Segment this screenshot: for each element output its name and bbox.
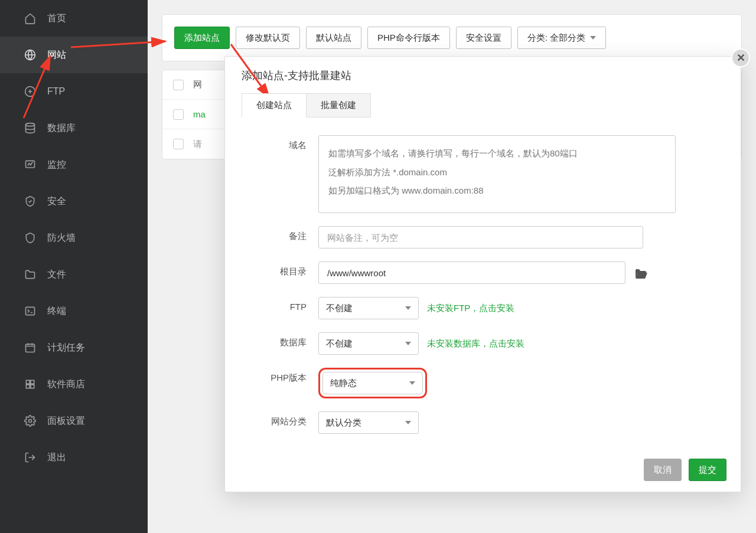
ftp-select[interactable]: 不创建 — [318, 297, 419, 319]
ftp-icon — [24, 85, 37, 98]
row-checkbox[interactable] — [173, 139, 184, 149]
sidebar-item-files[interactable]: 文件 — [0, 256, 148, 293]
svg-rect-5 — [26, 344, 35, 352]
sidebar-item-label: 终端 — [47, 305, 66, 318]
sidebar-item-website[interactable]: 网站 — [0, 37, 148, 73]
search-placeholder-text: 请 — [193, 139, 202, 150]
chevron-down-icon — [409, 381, 415, 385]
sidebar-item-label: 防火墙 — [47, 232, 76, 244]
select-all-checkbox[interactable] — [173, 80, 184, 90]
php-version-select[interactable]: 纯静态 — [322, 372, 423, 394]
gear-icon — [24, 414, 37, 427]
note-input[interactable] — [318, 226, 643, 248]
store-icon — [24, 378, 37, 391]
root-label: 根目录 — [242, 261, 318, 277]
sidebar-item-label: FTP — [47, 86, 65, 97]
modal-title: 添加站点-支持批量建站 — [225, 57, 741, 89]
chevron-down-icon — [405, 421, 411, 424]
table-header-label: 网 — [193, 79, 202, 90]
svg-point-2 — [26, 123, 35, 126]
add-site-modal: ✕ 添加站点-支持批量建站 创建站点 批量创建 域名 备注 根目录 — [224, 56, 741, 492]
svg-rect-8 — [26, 385, 30, 388]
sidebar-item-label: 首页 — [47, 12, 66, 25]
sidebar-item-label: 监控 — [47, 159, 66, 171]
php-version-label: PHP版本 — [242, 368, 318, 384]
ftp-select-value: 不创建 — [326, 303, 353, 314]
cancel-button[interactable]: 取消 — [644, 459, 682, 481]
sidebar: 首页 网站 FTP 数据库 监控 安全 防火墙 文件 终端 计划任务 软件商店 — [0, 0, 148, 533]
domain-label: 域名 — [242, 135, 318, 151]
php-version-value: 纯静态 — [330, 378, 357, 389]
firewall-icon — [24, 231, 37, 244]
php-highlight-annotation: 纯静态 — [318, 368, 427, 398]
sidebar-item-database[interactable]: 数据库 — [0, 110, 148, 146]
sidebar-item-settings[interactable]: 面板设置 — [0, 403, 148, 439]
sidebar-item-label: 文件 — [47, 269, 66, 281]
logout-icon — [24, 451, 37, 464]
submit-button[interactable]: 提交 — [689, 459, 726, 481]
terminal-icon — [24, 305, 37, 318]
tab-batch-create[interactable]: 批量创建 — [307, 93, 371, 117]
shield-icon — [24, 195, 37, 208]
chevron-down-icon — [405, 306, 411, 310]
security-settings-button[interactable]: 安全设置 — [456, 27, 511, 49]
database-select[interactable]: 不创建 — [318, 332, 419, 355]
sidebar-item-firewall[interactable]: 防火墙 — [0, 220, 148, 256]
cron-icon — [24, 341, 37, 354]
sidebar-item-label: 数据库 — [47, 122, 76, 135]
sidebar-item-label: 软件商店 — [47, 378, 85, 391]
close-icon[interactable]: ✕ — [731, 48, 750, 67]
php-cli-button[interactable]: PHP命令行版本 — [367, 27, 450, 49]
sidebar-item-label: 安全 — [47, 195, 66, 208]
site-name-cell: ma — [193, 109, 206, 119]
db-install-link[interactable]: 未安装数据库，点击安装 — [427, 338, 524, 349]
sidebar-item-cron[interactable]: 计划任务 — [0, 329, 148, 366]
category-select[interactable]: 默认分类 — [318, 411, 419, 434]
modal-footer: 取消 提交 — [225, 453, 741, 481]
sidebar-item-store[interactable]: 软件商店 — [0, 366, 148, 403]
browse-folder-icon[interactable] — [634, 267, 648, 279]
default-site-button[interactable]: 默认站点 — [306, 27, 361, 49]
toolbar: 添加站点 修改默认页 默认站点 PHP命令行版本 安全设置 分类: 全部分类 — [162, 14, 742, 61]
svg-point-10 — [29, 420, 32, 423]
database-icon — [24, 122, 37, 135]
svg-rect-7 — [31, 380, 34, 384]
chevron-down-icon — [590, 36, 596, 40]
sidebar-item-label: 计划任务 — [47, 342, 85, 354]
default-page-button[interactable]: 修改默认页 — [236, 27, 300, 49]
category-select-value: 默认分类 — [326, 417, 361, 429]
ftp-install-link[interactable]: 未安装FTP，点击安装 — [427, 303, 514, 314]
svg-rect-6 — [26, 380, 30, 384]
sidebar-item-label: 面板设置 — [47, 415, 85, 427]
root-path-input[interactable] — [318, 261, 625, 284]
svg-rect-9 — [31, 385, 34, 388]
db-label: 数据库 — [242, 332, 318, 348]
sidebar-item-monitor[interactable]: 监控 — [0, 146, 148, 183]
monitor-icon — [24, 158, 37, 171]
database-select-value: 不创建 — [326, 338, 353, 349]
globe-icon — [24, 48, 37, 61]
sidebar-item-ftp[interactable]: FTP — [0, 73, 148, 110]
category-filter-label: 分类: 全部分类 — [527, 32, 585, 44]
svg-rect-4 — [26, 307, 35, 315]
ftp-label: FTP — [242, 297, 318, 312]
category-label: 网站分类 — [242, 411, 318, 427]
sidebar-item-label: 网站 — [47, 49, 66, 61]
home-icon — [24, 12, 37, 25]
tab-create-site[interactable]: 创建站点 — [242, 93, 307, 117]
sidebar-item-label: 退出 — [47, 452, 66, 464]
add-site-form: 域名 备注 根目录 FTP 不创建 — [225, 117, 741, 453]
add-site-button[interactable]: 添加站点 — [174, 27, 230, 49]
sidebar-item-logout[interactable]: 退出 — [0, 439, 148, 476]
sidebar-item-home[interactable]: 首页 — [0, 0, 148, 37]
sidebar-item-security[interactable]: 安全 — [0, 183, 148, 220]
row-checkbox[interactable] — [173, 109, 184, 120]
sidebar-item-terminal[interactable]: 终端 — [0, 293, 148, 329]
note-label: 备注 — [242, 226, 318, 242]
modal-tabs: 创建站点 批量创建 — [242, 93, 724, 117]
domain-input[interactable] — [318, 135, 676, 213]
category-filter-dropdown[interactable]: 分类: 全部分类 — [517, 27, 606, 49]
folder-icon — [24, 268, 37, 281]
chevron-down-icon — [405, 342, 411, 345]
